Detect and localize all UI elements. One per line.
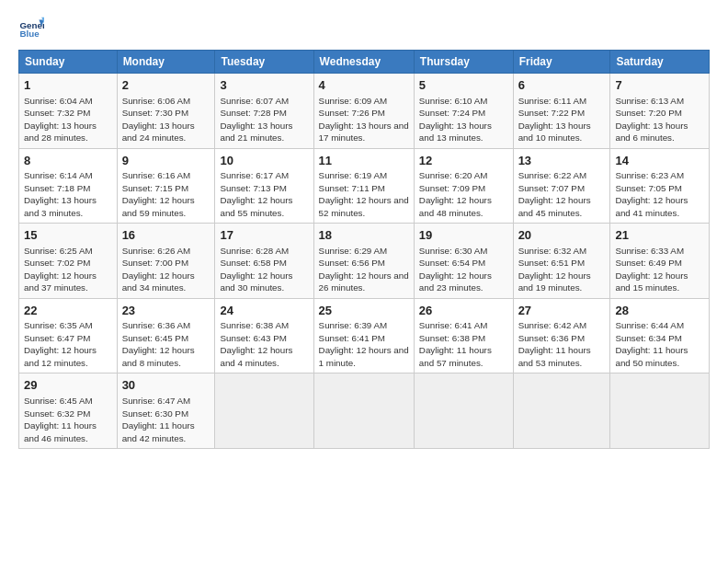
logo: General Blue xyxy=(18,15,48,40)
day-number: 27 xyxy=(518,303,606,319)
day-info: Sunrise: 6:38 AM Sunset: 6:43 PM Dayligh… xyxy=(220,319,308,369)
calendar-header-thursday: Thursday xyxy=(414,51,513,74)
calendar-cell: 19Sunrise: 6:30 AM Sunset: 6:54 PM Dayli… xyxy=(414,224,513,299)
day-info: Sunrise: 6:11 AM Sunset: 7:22 PM Dayligh… xyxy=(518,95,606,144)
day-info: Sunrise: 6:33 AM Sunset: 6:49 PM Dayligh… xyxy=(615,245,704,294)
calendar-cell: 20Sunrise: 6:32 AM Sunset: 6:51 PM Dayli… xyxy=(513,224,610,299)
day-number: 4 xyxy=(319,77,409,94)
day-info: Sunrise: 6:22 AM Sunset: 7:07 PM Dayligh… xyxy=(518,169,606,219)
calendar-cell: 23Sunrise: 6:36 AM Sunset: 6:45 PM Dayli… xyxy=(117,298,215,373)
day-info: Sunrise: 6:26 AM Sunset: 7:00 PM Dayligh… xyxy=(122,245,210,294)
calendar-cell xyxy=(610,373,710,449)
day-info: Sunrise: 6:06 AM Sunset: 7:30 PM Dayligh… xyxy=(122,95,210,144)
day-number: 8 xyxy=(24,153,112,169)
day-info: Sunrise: 6:09 AM Sunset: 7:26 PM Dayligh… xyxy=(319,95,409,144)
calendar-cell xyxy=(414,373,513,449)
calendar-cell: 15Sunrise: 6:25 AM Sunset: 7:02 PM Dayli… xyxy=(19,224,118,299)
calendar-cell: 5Sunrise: 6:10 AM Sunset: 7:24 PM Daylig… xyxy=(414,74,513,149)
day-number: 11 xyxy=(319,153,409,169)
calendar-cell: 2Sunrise: 6:06 AM Sunset: 7:30 PM Daylig… xyxy=(117,74,215,149)
calendar-cell: 21Sunrise: 6:33 AM Sunset: 6:49 PM Dayli… xyxy=(610,224,710,299)
day-info: Sunrise: 6:29 AM Sunset: 6:56 PM Dayligh… xyxy=(319,245,409,294)
day-info: Sunrise: 6:39 AM Sunset: 6:41 PM Dayligh… xyxy=(319,319,409,369)
day-number: 24 xyxy=(220,303,308,319)
logo-icon: General Blue xyxy=(18,15,44,40)
day-number: 16 xyxy=(122,227,210,244)
calendar-week-3: 15Sunrise: 6:25 AM Sunset: 7:02 PM Dayli… xyxy=(19,224,710,299)
day-info: Sunrise: 6:23 AM Sunset: 7:05 PM Dayligh… xyxy=(615,169,704,219)
day-info: Sunrise: 6:20 AM Sunset: 7:09 PM Dayligh… xyxy=(419,169,508,219)
calendar-cell xyxy=(313,373,414,449)
calendar-week-4: 22Sunrise: 6:35 AM Sunset: 6:47 PM Dayli… xyxy=(19,298,710,373)
day-number: 1 xyxy=(24,77,112,94)
calendar-cell: 10Sunrise: 6:17 AM Sunset: 7:13 PM Dayli… xyxy=(215,148,313,224)
day-number: 7 xyxy=(615,77,704,94)
calendar-cell: 9Sunrise: 6:16 AM Sunset: 7:15 PM Daylig… xyxy=(117,148,215,224)
day-number: 21 xyxy=(615,227,704,244)
day-info: Sunrise: 6:25 AM Sunset: 7:02 PM Dayligh… xyxy=(24,245,112,294)
day-number: 2 xyxy=(122,77,210,94)
day-info: Sunrise: 6:14 AM Sunset: 7:18 PM Dayligh… xyxy=(24,169,112,219)
day-info: Sunrise: 6:32 AM Sunset: 6:51 PM Dayligh… xyxy=(518,245,606,294)
day-info: Sunrise: 6:45 AM Sunset: 6:32 PM Dayligh… xyxy=(24,395,112,444)
day-number: 12 xyxy=(419,153,508,169)
header: General Blue xyxy=(18,15,710,40)
calendar-cell: 7Sunrise: 6:13 AM Sunset: 7:20 PM Daylig… xyxy=(610,74,710,149)
day-number: 28 xyxy=(615,303,704,319)
calendar-cell: 30Sunrise: 6:47 AM Sunset: 6:30 PM Dayli… xyxy=(117,373,215,449)
calendar-cell: 28Sunrise: 6:44 AM Sunset: 6:34 PM Dayli… xyxy=(610,298,710,373)
day-number: 19 xyxy=(419,227,508,244)
calendar-cell xyxy=(215,373,313,449)
calendar-cell: 17Sunrise: 6:28 AM Sunset: 6:58 PM Dayli… xyxy=(215,224,313,299)
day-number: 5 xyxy=(419,77,508,94)
day-number: 15 xyxy=(24,227,112,244)
day-number: 3 xyxy=(220,77,308,94)
day-info: Sunrise: 6:28 AM Sunset: 6:58 PM Dayligh… xyxy=(220,245,308,294)
day-number: 20 xyxy=(518,227,606,244)
day-number: 22 xyxy=(24,303,112,319)
calendar-week-2: 8Sunrise: 6:14 AM Sunset: 7:18 PM Daylig… xyxy=(19,148,710,224)
calendar-cell: 6Sunrise: 6:11 AM Sunset: 7:22 PM Daylig… xyxy=(513,74,610,149)
calendar-cell: 26Sunrise: 6:41 AM Sunset: 6:38 PM Dayli… xyxy=(414,298,513,373)
day-number: 6 xyxy=(518,77,606,94)
calendar-cell: 18Sunrise: 6:29 AM Sunset: 6:56 PM Dayli… xyxy=(313,224,414,299)
calendar-cell: 29Sunrise: 6:45 AM Sunset: 6:32 PM Dayli… xyxy=(19,373,118,449)
calendar-cell: 3Sunrise: 6:07 AM Sunset: 7:28 PM Daylig… xyxy=(215,74,313,149)
calendar-cell: 12Sunrise: 6:20 AM Sunset: 7:09 PM Dayli… xyxy=(414,148,513,224)
day-info: Sunrise: 6:35 AM Sunset: 6:47 PM Dayligh… xyxy=(24,319,112,369)
calendar-header-row: SundayMondayTuesdayWednesdayThursdayFrid… xyxy=(19,51,710,74)
calendar-cell: 13Sunrise: 6:22 AM Sunset: 7:07 PM Dayli… xyxy=(513,148,610,224)
day-number: 18 xyxy=(319,227,409,244)
calendar-header-wednesday: Wednesday xyxy=(313,51,414,74)
calendar-week-1: 1Sunrise: 6:04 AM Sunset: 7:32 PM Daylig… xyxy=(19,74,710,149)
calendar-header-friday: Friday xyxy=(513,51,610,74)
calendar-cell: 14Sunrise: 6:23 AM Sunset: 7:05 PM Dayli… xyxy=(610,148,710,224)
calendar-cell: 25Sunrise: 6:39 AM Sunset: 6:41 PM Dayli… xyxy=(313,298,414,373)
calendar-cell: 4Sunrise: 6:09 AM Sunset: 7:26 PM Daylig… xyxy=(313,74,414,149)
day-number: 30 xyxy=(122,377,210,394)
day-info: Sunrise: 6:47 AM Sunset: 6:30 PM Dayligh… xyxy=(122,395,210,444)
day-info: Sunrise: 6:16 AM Sunset: 7:15 PM Dayligh… xyxy=(122,169,210,219)
day-info: Sunrise: 6:44 AM Sunset: 6:34 PM Dayligh… xyxy=(615,319,704,369)
day-info: Sunrise: 6:17 AM Sunset: 7:13 PM Dayligh… xyxy=(220,169,308,219)
day-info: Sunrise: 6:42 AM Sunset: 6:36 PM Dayligh… xyxy=(518,319,606,369)
day-info: Sunrise: 6:19 AM Sunset: 7:11 PM Dayligh… xyxy=(319,169,409,219)
calendar-cell: 27Sunrise: 6:42 AM Sunset: 6:36 PM Dayli… xyxy=(513,298,610,373)
calendar: SundayMondayTuesdayWednesdayThursdayFrid… xyxy=(18,50,710,449)
day-number: 9 xyxy=(122,153,210,169)
day-number: 23 xyxy=(122,303,210,319)
page: General Blue SundayMondayTuesdayWednesda… xyxy=(0,0,728,563)
day-info: Sunrise: 6:36 AM Sunset: 6:45 PM Dayligh… xyxy=(122,319,210,369)
calendar-week-5: 29Sunrise: 6:45 AM Sunset: 6:32 PM Dayli… xyxy=(19,373,710,449)
calendar-header-sunday: Sunday xyxy=(19,51,118,74)
day-number: 29 xyxy=(24,377,112,394)
day-number: 14 xyxy=(615,153,704,169)
day-info: Sunrise: 6:13 AM Sunset: 7:20 PM Dayligh… xyxy=(615,95,704,144)
day-number: 13 xyxy=(518,153,606,169)
svg-text:Blue: Blue xyxy=(19,29,40,39)
day-info: Sunrise: 6:41 AM Sunset: 6:38 PM Dayligh… xyxy=(419,319,508,369)
calendar-header-monday: Monday xyxy=(117,51,215,74)
calendar-cell: 16Sunrise: 6:26 AM Sunset: 7:00 PM Dayli… xyxy=(117,224,215,299)
day-info: Sunrise: 6:10 AM Sunset: 7:24 PM Dayligh… xyxy=(419,95,508,144)
day-info: Sunrise: 6:07 AM Sunset: 7:28 PM Dayligh… xyxy=(220,95,308,144)
